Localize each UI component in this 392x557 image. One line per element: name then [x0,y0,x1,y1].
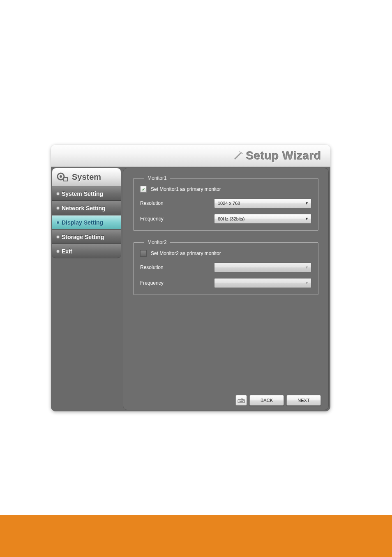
chevron-down-icon: ▼ [305,217,309,221]
monitor2-fieldset: Monitor2 Set Monitor2 as primary monitor… [133,242,318,295]
monitor1-primary-checkbox[interactable]: ✓ [140,186,147,193]
monitor2-primary-row: Set Monitor2 as primary monitor [140,250,311,257]
bullet-icon [57,250,59,253]
monitor1-frequency-dropdown[interactable]: 60Hz (32bits) ▼ [214,214,311,224]
monitor1-resolution-dropdown[interactable]: 1024 x 768 ▼ [214,198,311,208]
chevron-down-icon: ▼ [305,265,309,269]
svg-line-3 [242,153,243,154]
content-panel: Monitor1 ✓ Set Monitor1 as primary monit… [123,168,329,410]
monitor1-fieldset: Monitor1 ✓ Set Monitor1 as primary monit… [133,178,318,231]
monitor1-primary-row: ✓ Set Monitor1 as primary monitor [140,186,311,193]
titlebar: Setup Wizard [51,145,330,167]
sidebar-item-network-setting[interactable]: Network Setting [52,201,121,215]
sidebar-item-display-setting[interactable]: Display Setting [52,215,121,230]
dropdown-value: 60Hz (32bits) [218,216,244,221]
sidebar-item-label: Display Setting [62,219,103,226]
check-icon: ✓ [142,187,145,192]
sidebar-header-label: System [72,172,101,182]
bullet-icon [57,236,59,238]
bullet-icon [57,193,59,195]
monitor2-resolution-dropdown: ▼ [214,262,311,272]
keyboard-icon [238,397,245,403]
monitor2-frequency-row: Frequency ▼ [140,278,311,288]
svg-line-0 [235,153,241,159]
gear-icon [56,172,69,183]
back-button-label: BACK [261,398,273,403]
monitor1-legend: Monitor1 [144,175,170,181]
chevron-down-icon: ▼ [305,201,309,205]
next-button-label: NEXT [297,398,309,403]
bullet-icon [57,207,59,209]
monitor1-primary-label: Set Monitor1 as primary monitor [151,186,221,192]
resolution-label: Resolution [140,200,214,206]
setup-wizard-window: Setup Wizard System System Setting [51,145,330,411]
svg-rect-7 [238,399,244,403]
footer-buttons: BACK NEXT [235,395,321,406]
sidebar-item-exit[interactable]: Exit [52,244,121,258]
frequency-label: Frequency [140,280,214,286]
svg-point-5 [60,175,62,178]
chevron-down-icon: ▼ [305,281,309,285]
frequency-label: Frequency [140,216,214,222]
sidebar-item-system-setting[interactable]: System Setting [52,186,121,201]
body-area: System System Setting Network Setting Di… [51,167,330,411]
monitor2-resolution-row: Resolution ▼ [140,262,311,272]
back-button[interactable]: BACK [249,395,284,406]
monitor1-resolution-row: Resolution 1024 x 768 ▼ [140,198,311,208]
sidebar-header: System [52,168,121,186]
sidebar-item-storage-setting[interactable]: Storage Setting [52,230,121,244]
window-title: Setup Wizard [246,149,321,162]
monitor1-frequency-row: Frequency 60Hz (32bits) ▼ [140,214,311,224]
sidebar-item-label: System Setting [62,190,103,197]
monitor2-frequency-dropdown: ▼ [214,278,311,288]
wizard-wand-icon [232,150,244,162]
sidebar: System System Setting Network Setting Di… [51,167,122,411]
svg-line-2 [240,151,240,152]
monitor2-primary-label: Set Monitor2 as primary monitor [151,251,221,256]
sidebar-item-label: Storage Setting [62,234,104,240]
keyboard-button[interactable] [235,395,247,406]
resolution-label: Resolution [140,265,214,270]
bullet-icon [57,221,59,224]
sidebar-item-label: Exit [62,248,72,255]
page-footer-bar [0,515,392,557]
sidebar-item-label: Network Setting [62,205,106,211]
dropdown-value: 1024 x 768 [218,201,240,206]
monitor2-primary-checkbox[interactable] [140,250,147,257]
monitor2-legend: Monitor2 [144,239,170,245]
next-button[interactable]: NEXT [286,395,321,406]
